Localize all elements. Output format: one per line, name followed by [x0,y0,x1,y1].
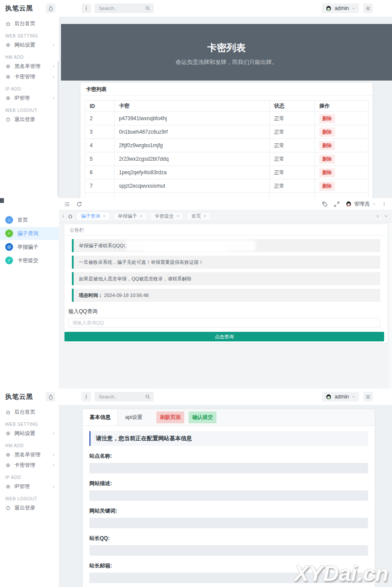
tab-home[interactable]: 首页 × [187,212,210,220]
refresh-page-button[interactable]: 刷新页面 [156,412,184,423]
scrollbar-track[interactable] [389,222,392,388]
theme-droplet-button[interactable] [46,3,55,13]
sidebar-item-label: 后台首页 [14,408,35,416]
notice-text: 如果是被他人恶意举报，QQ被恶意收录，请联系解除 [79,276,192,281]
user-menu[interactable]: admin [322,392,359,401]
sidebar-item-ip-manage[interactable]: IP管理 ‹ [0,481,59,492]
sidebar-section-ip-add: IP ADD [0,470,59,481]
sidebar-item-home[interactable]: 后台首页 [0,407,59,417]
close-icon[interactable]: × [176,214,179,219]
tab-label: 卡密提交 [155,213,174,219]
sidebar-item-blacklist[interactable]: 黑名单管理 ‹ [0,449,59,460]
sidebar-item-report-scammer[interactable]: ◎ 举报骗子 [0,240,59,253]
sidebar-item-card-manage[interactable]: 卡密管理 ‹ [0,460,59,470]
sidebar-item-ip-manage[interactable]: IP管理 ‹ [0,93,59,103]
delete-button[interactable]: 删除 [319,182,335,191]
query-input-label: 输入QQ查询 [68,308,388,315]
refresh-icon[interactable] [76,201,82,207]
field-label: 站长邮箱: [89,562,368,570]
sidebar-item-site-settings[interactable]: 网站设置 ‹ [0,40,59,50]
search-input[interactable] [98,5,142,11]
card-title: 卡密列表 [81,83,372,96]
tab-report-scammer[interactable]: 举报骗子 × [113,212,146,220]
close-icon[interactable]: × [103,214,105,219]
list-icon[interactable] [64,201,70,207]
tab-basic-info[interactable]: 基本信息 [83,409,118,425]
sidebar-scrollbar[interactable] [57,61,59,197]
delete-button[interactable]: 删除 [319,155,335,164]
tabs-scroll-left-icon[interactable]: ‹ [62,213,64,219]
kebab-icon [84,394,89,399]
brand-title: 执笔云黑 [5,4,33,13]
query-submit-button[interactable]: 点击查询 [64,332,384,341]
webmaster-qq-input[interactable] [89,545,368,556]
sidebar-item-scammer-query[interactable]: ✓ 骗子查询 [0,227,59,240]
kebab-icon[interactable] [382,202,387,207]
query-main: 管理员 ‹ 骗子查询 × 举报骗子 × 卡密提交 [59,198,392,388]
delete-button[interactable]: 删除 [319,141,335,150]
theme-droplet-button[interactable] [46,392,55,401]
delete-button[interactable]: 删除 [319,128,335,137]
brand-title: 执笔云黑 [5,393,33,401]
site-settings-card: 基本信息 api设置 刷新页面 确认提交 请注意，您当前正在配置网站基本信息 站… [83,409,375,587]
sidebar-item-blacklist[interactable]: 黑名单管理 ‹ [0,61,59,71]
close-icon[interactable]: × [139,214,142,219]
form-field-site-name: 站点名称: [89,452,368,473]
search-icon[interactable] [145,394,150,399]
sidebar-item-home[interactable]: 后台首页 [0,18,59,29]
site-description-input[interactable] [89,490,368,501]
chevron-left-icon: ‹ [53,431,54,436]
cell-key: 2r23wx2cgsd2bt7ddq [115,152,270,166]
sidebar-item-label: 骗子查询 [17,230,38,237]
sidebar-item-logout[interactable]: 退出登录 [0,503,59,513]
layout-menu-button[interactable] [363,3,373,13]
chevron-left-icon: ‹ [53,452,54,457]
user-menu[interactable]: admin [322,3,359,13]
chevron-left-icon: ‹ [53,64,54,69]
sidebar-item-logout[interactable]: 退出登录 [0,114,59,125]
tabs-dropdown-icon[interactable] [384,214,389,219]
gear-icon [5,452,11,458]
search-box [95,392,154,401]
delete-button[interactable]: 删除 [319,168,335,177]
confirm-submit-button[interactable]: 确认提交 [189,412,216,423]
tag-icon[interactable] [322,201,328,207]
status-badge: 正常 [270,152,315,166]
search-icon[interactable] [145,6,150,11]
qq-query-input[interactable] [68,318,380,327]
tab-card-submit[interactable]: 卡密提交 × [150,212,183,220]
fullscreen-icon[interactable] [334,201,340,207]
sidebar-item-card-manage[interactable]: 卡密管理 ‹ [0,71,59,82]
kebab-icon [84,6,89,11]
search-input[interactable] [98,394,142,400]
layout-menu-button[interactable] [363,392,373,401]
tab-label: 首页 [191,213,201,219]
cell-id: 4 [85,139,115,152]
site-name-input[interactable] [89,463,368,473]
site-keywords-input[interactable] [89,518,368,528]
kebab-menu-button[interactable] [81,3,91,13]
sidebar-item-card-submit[interactable]: ✓ 卡密提交 [0,254,59,267]
table-row: 3 0n1bueh467zc6uz9rf 正常 删除 [85,125,368,139]
power-icon [5,117,11,122]
report-circle-icon: ◎ [5,243,13,251]
close-icon[interactable]: × [203,214,206,219]
table-row: 4 2ftjf0z9wrgbo1mjfg 正常 删除 [85,139,368,152]
col-action: 操作 [315,101,368,112]
kebab-menu-button[interactable] [81,392,91,401]
delete-button[interactable]: 删除 [319,114,335,123]
query-toolbar: 管理员 [59,198,392,210]
admin-user-menu[interactable]: 管理员 [345,200,376,208]
avatar [325,394,332,400]
sidebar-item-site-settings[interactable]: 网站设置 ‹ [0,428,59,439]
webmaster-email-input[interactable] [89,573,368,583]
table-header-row: ID 卡密 状态 操作 [85,101,368,112]
sidebar-item-home[interactable]: ⌂ 首页 [0,213,59,226]
tabs-scroll-right-icon[interactable]: › [377,213,378,219]
home-tab-icon[interactable] [68,213,73,219]
sidebar-section-ip-add: IP ADD [0,82,59,93]
tab-api-settings[interactable]: api设置 [118,409,149,425]
tab-scammer-query[interactable]: 骗子查询 × [77,212,110,220]
gear-icon [5,431,11,436]
settings-tab-bar: 基本信息 api设置 刷新页面 确认提交 [83,409,375,426]
